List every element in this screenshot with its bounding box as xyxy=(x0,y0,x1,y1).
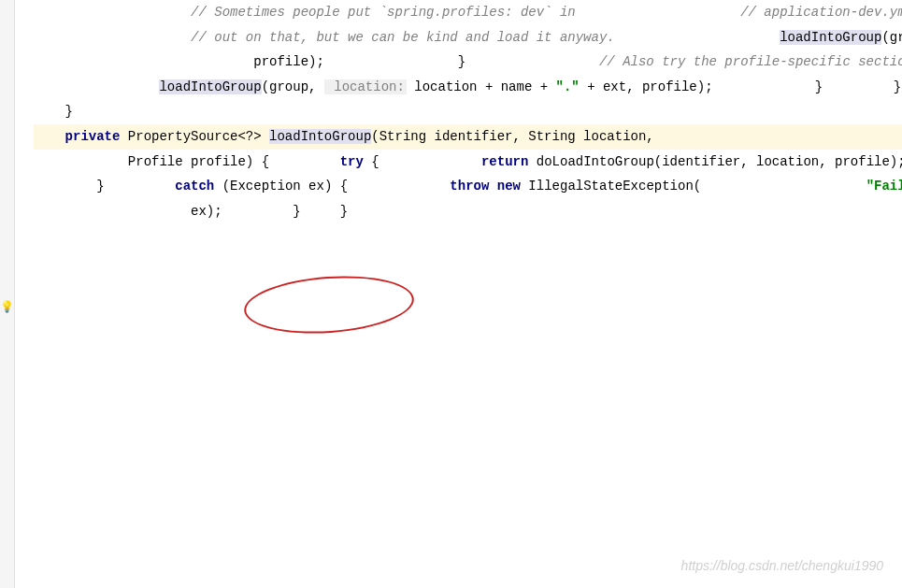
highlighted-line: private PropertySource<?> loadIntoGroup(… xyxy=(34,124,902,150)
code-line: } xyxy=(230,204,301,219)
comment: // out on that, but we can be kind and l… xyxy=(191,30,615,45)
code-line: return doLoadIntoGroup(identifier, locat… xyxy=(387,154,902,169)
keyword: new xyxy=(497,179,521,194)
method-call: loadIntoGroup xyxy=(780,30,881,45)
lightbulb-icon[interactable]: 💡 xyxy=(0,297,13,310)
code-line: catch (Exception ex) { xyxy=(112,179,348,194)
code-line: private PropertySource<?> loadIntoGroup(… xyxy=(34,129,654,144)
code-line: // Sometimes people put `spring.profiles… xyxy=(34,5,576,20)
code-line: profile); xyxy=(34,54,324,69)
code-line: } xyxy=(332,54,465,69)
code-line: } xyxy=(831,79,902,94)
method-name: loadIntoGroup xyxy=(269,129,371,144)
code-line: loadIntoGroup(group, location: location … xyxy=(34,79,713,94)
method-call: loadIntoGroup xyxy=(159,79,261,94)
code-line: } xyxy=(34,179,105,194)
param-hint: location: xyxy=(324,79,407,94)
code-line: // Also try the profile-specific section… xyxy=(474,54,902,69)
watermark: https://blog.csdn.net/chengkui1990 xyxy=(681,553,883,579)
comment: // Also try the profile-specific section… xyxy=(599,54,902,69)
code-line: "Failed to load property source from loc… xyxy=(709,179,902,194)
annotation-ellipse xyxy=(242,271,416,339)
code-line: throw new IllegalStateException( xyxy=(356,179,702,194)
code-line: } xyxy=(721,79,823,94)
code-line: Profile profile) { xyxy=(34,154,269,169)
keyword: try xyxy=(340,154,364,169)
code-line: // application-dev.yml (gh-340). Arguabl… xyxy=(583,5,902,20)
keyword: catch xyxy=(175,179,214,194)
keyword: private xyxy=(65,129,121,144)
code-line: } xyxy=(308,204,348,219)
keyword: return xyxy=(481,154,528,169)
code-editor[interactable]: // Sometimes people put `spring.profiles… xyxy=(15,0,902,223)
code-line: } xyxy=(34,104,73,119)
code-line: try { xyxy=(277,154,379,169)
string-literal: "Failed to load property source from loc… xyxy=(866,179,902,194)
comment: // application-dev.yml (gh-340). Arguabl… xyxy=(740,5,902,20)
code-line xyxy=(80,104,88,119)
code-line: // out on that, but we can be kind and l… xyxy=(34,30,615,45)
code-line: ex); xyxy=(34,204,222,219)
comment: // Sometimes people put `spring.profiles… xyxy=(191,5,576,20)
code-line: loadIntoGroup(group, location: location … xyxy=(623,30,902,45)
keyword: throw xyxy=(450,179,489,194)
editor-gutter xyxy=(0,0,15,588)
